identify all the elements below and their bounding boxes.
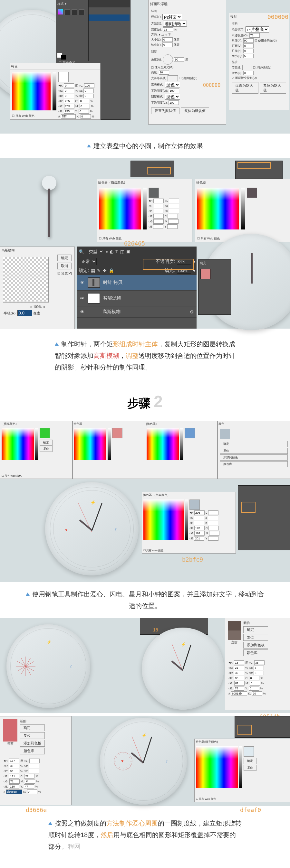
- color-picker[interactable]: 纯色 ●H:度 ○L: ○S:% ○a: ○B:% ○b: ○R: C:% ○G…: [10, 63, 100, 120]
- lock-icon[interactable]: ✥: [103, 268, 107, 273]
- eye-icon[interactable]: 👁: [80, 280, 84, 285]
- shadow-panel[interactable]: 投影 结构 混合模式:正片叠底 不透明度(O): 角度(A):☑使用全局光(G)…: [229, 13, 289, 110]
- mini-panel-a[interactable]: [130, 161, 174, 177]
- soft-input[interactable]: [163, 42, 173, 47]
- layer-row[interactable]: 👁 高斯模糊 ⚙: [77, 306, 197, 318]
- color-picker[interactable]: （填充颜色） 确定 复位 ☐ 只有 Web 颜色: [0, 421, 72, 479]
- filter-icon[interactable]: T: [115, 249, 118, 254]
- depth-input[interactable]: [163, 27, 173, 32]
- filter-icon[interactable]: ▣: [126, 249, 130, 254]
- triangle-icon: [87, 144, 91, 147]
- gaussian-blur-dialog[interactable]: 高斯模糊 确定 取消 ☑ 预览(P) ⊖ 100% ⊕ 半径(R): 像素: [0, 247, 75, 329]
- bolt-icon: ⚡: [181, 642, 186, 647]
- fx-mini-panel[interactable]: 样式 ▾: [56, 0, 89, 61]
- color-picker[interactable]: (拾色器): [145, 421, 218, 479]
- angle-dial[interactable]: [163, 54, 173, 65]
- color-spectrum[interactable]: [12, 72, 51, 111]
- method-select[interactable]: 雕刻清晰: [163, 21, 187, 27]
- filter-icon[interactable]: ▫: [106, 249, 108, 254]
- heart-icon: ♥: [65, 528, 67, 532]
- reset-button[interactable]: 复位为默认值: [181, 107, 209, 114]
- moon-icon: ☾: [70, 664, 74, 669]
- swatch[interactable]: [220, 429, 230, 439]
- fill-swatch[interactable]: [200, 269, 211, 279]
- blend-mode-select[interactable]: 正常: [79, 258, 97, 265]
- moon-icon: ☾: [166, 760, 169, 764]
- mini-panel-b[interactable]: [235, 161, 283, 179]
- layers-panel[interactable]: 🔍类型 ▫ ◐ T ◫ ▣ 正常 不透明度: ▾ 锁定: ▦ ✎ ✥ 🔒 填充:…: [77, 247, 197, 329]
- style-swatch[interactable]: [79, 9, 84, 15]
- radius-input[interactable]: [18, 310, 32, 316]
- filter-icon[interactable]: ◐: [110, 249, 113, 254]
- filter-icon[interactable]: ◫: [120, 249, 124, 254]
- dark-top-panel[interactable]: [235, 716, 290, 738]
- fill-panel[interactable]: 填充: [198, 259, 231, 315]
- style-select[interactable]: 内斜面: [163, 14, 182, 20]
- bg-color[interactable]: [61, 55, 66, 60]
- dark-swatch-panel[interactable]: [238, 485, 290, 550]
- style-swatch[interactable]: [64, 9, 70, 15]
- clock-full: ⚡ ♥ ☾: [45, 482, 139, 576]
- red-picker[interactable]: 当前 新的 确定 复位 添加到色板 颜色库 ●H:度 ○L: ○S:% ○a: …: [0, 716, 71, 805]
- section-4-bottom: 当前 新的 确定 复位 添加到色板 颜色库 ●H:度 ○L: ○S:% ○a: …: [0, 716, 290, 806]
- clock-center: ⚡ ☾ ♥: [100, 718, 187, 805]
- bolt-icon: ⚡: [90, 500, 96, 505]
- layer-row[interactable]: 👁 智能滤镜: [77, 290, 197, 306]
- color-picker-stroke[interactable]: 拾色器（描边颜色） ●H ○L ○S ○a ○B ○b ○R C ○G M ○B…: [97, 179, 192, 242]
- spectrum[interactable]: [99, 188, 141, 229]
- size-input[interactable]: [163, 37, 173, 42]
- caption-3: 使用钢笔工具制作出爱心、闪电、星月和小钟的图案，并且添加好文字，移动到合适的位置…: [0, 582, 290, 618]
- moon-icon: ☾: [114, 527, 119, 532]
- hex-label: 000000: [267, 13, 288, 20]
- hour-hand: [251, 253, 253, 283]
- triangle-icon: [48, 822, 52, 825]
- section-2-bottom: 高斯模糊 确定 取消 ☑ 预览(P) ⊖ 100% ⊕ 半径(R): 像素 🔍类…: [0, 247, 290, 329]
- triangle-icon: [55, 342, 59, 346]
- highlight-box: [143, 259, 194, 270]
- color-picker-2[interactable]: 拾色器 ☐ 只有 Web 颜色: [195, 179, 290, 242]
- pin-stick: [48, 189, 50, 237]
- color-picker-fill[interactable]: 拾色器(填充颜色) 确定 复位 ☐ 只有 Web 颜色: [194, 739, 290, 802]
- settings-icon[interactable]: ⚙: [190, 309, 194, 314]
- ok-button[interactable]: 确定: [243, 626, 268, 633]
- section-3-clock: ⚡ ♥ ☾ 拾色器 （文本颜色） ●H L ○S a ○B b ○R C ○G …: [0, 479, 290, 582]
- default-button[interactable]: 设置为默认值: [151, 107, 179, 114]
- section-3-pickers: （填充颜色） 确定 复位 ☐ 只有 Web 颜色 拾色器 (拾色器) 颜色 确定: [0, 421, 290, 479]
- cancel-button[interactable]: 复位: [243, 634, 268, 641]
- hsb-picker[interactable]: 当前 新的 确定 复位 添加到色板 颜色库 ●H:度 ○L: ○S:% ○a: …: [225, 618, 290, 710]
- lib-button[interactable]: 颜色库: [243, 649, 268, 656]
- lock-icon[interactable]: 🔒: [109, 268, 114, 273]
- bolt-icon: ⚡: [142, 733, 147, 738]
- text-color-picker[interactable]: 拾色器 （文本颜色） ●H L ○S a ○B b ○R C ○G M ○B Y…: [142, 492, 236, 554]
- hex-1: 626465: [124, 240, 145, 247]
- hex-dfeaf0: dfeaf0: [240, 807, 261, 813]
- mini-header: 样式 ▾: [56, 0, 88, 7]
- preview-area: [3, 257, 49, 303]
- style-swatch[interactable]: [71, 9, 77, 15]
- hex-b2bfc9: b2bfc9: [182, 556, 203, 563]
- cancel-button[interactable]: 取消: [57, 262, 71, 269]
- pin-head: [42, 176, 56, 190]
- add-button[interactable]: 添加到色板: [243, 642, 268, 649]
- svg-line-23: [115, 757, 117, 757]
- hex-label: 000000: [203, 83, 221, 88]
- triangle-icon: [26, 592, 30, 596]
- lock-icon[interactable]: ✎: [97, 268, 101, 273]
- type-filter[interactable]: 类型: [86, 248, 104, 255]
- caption-1: 建立表盘中心的小圆，制作立体的效果: [0, 133, 290, 158]
- layer-row-active[interactable]: 👁 时针 拷贝: [77, 275, 197, 290]
- contour-swatch[interactable]: [168, 75, 178, 81]
- style-swatch[interactable]: [58, 9, 63, 14]
- ok-button[interactable]: 确定: [57, 255, 71, 261]
- color-picker[interactable]: 拾色器: [72, 421, 145, 479]
- bevel-panel[interactable]: 斜面和浮雕 结构 样式(T):内斜面 方法(Q):雕刻清晰 深度(D):% 方向…: [148, 0, 226, 125]
- eye-icon[interactable]: 👁: [80, 309, 84, 314]
- svg-line-18: [127, 767, 127, 769]
- brightness-slider[interactable]: [53, 72, 56, 111]
- eye-icon[interactable]: 👁: [80, 296, 84, 301]
- new-color-swatch: [58, 72, 69, 82]
- lock-icon[interactable]: ▦: [91, 268, 95, 273]
- color-picker[interactable]: 颜色 确定 复位 添加到颜色 颜色库: [218, 421, 290, 479]
- svg-line-17: [129, 765, 131, 766]
- section-1: 样式 ☐ 混合选项 ☑ 斜面和浮雕 ☑ 等高线 ☐ 纹理 ☐ 描边 ☐ 内阴影 …: [0, 0, 290, 133]
